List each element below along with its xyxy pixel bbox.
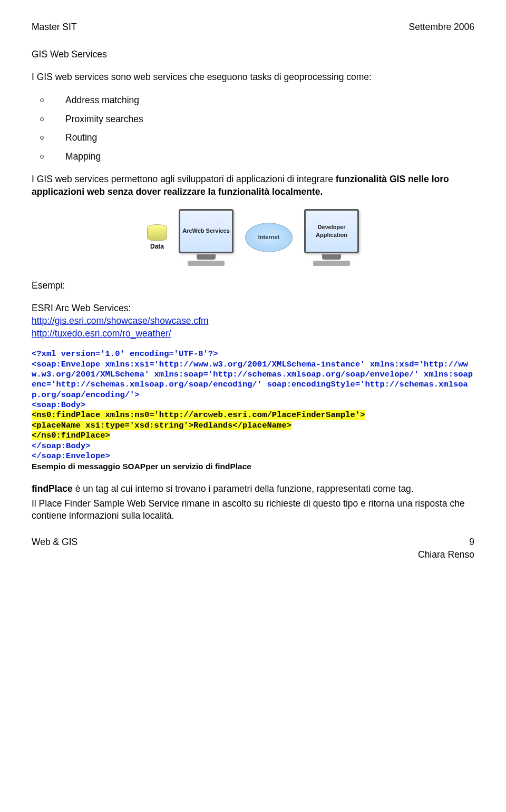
paragraph-text: I GIS web services permettono agli svilu… [32, 174, 336, 184]
footer-left: Web & GIS [32, 536, 77, 549]
code-line: </soap:Body> [32, 441, 91, 451]
list-item: o Address matching [32, 94, 474, 107]
intro-paragraph: I GIS web services sono web services che… [32, 71, 474, 84]
code-line: <?xml version='1.0' encoding='UTF-8'?> [32, 349, 218, 359]
bullet-icon: o [32, 113, 65, 126]
bullet-icon: o [32, 132, 65, 144]
client-icon: Developer Application [304, 209, 359, 266]
header-date: Settembre 2006 [408, 21, 474, 34]
code-highlight: </ns0:findPlace> [32, 431, 110, 440]
examples-heading: Esempi: [32, 280, 474, 292]
data-store-icon: Data [147, 224, 167, 251]
code-line: <soap:Envelope xmlns:xsi='http://www.w3.… [32, 360, 473, 400]
explain-text: è un tag al cui interno si trovano i par… [73, 483, 414, 494]
internet-cloud-icon: Internet [245, 223, 293, 252]
soap-code-block: <?xml version='1.0' encoding='UTF-8'?> <… [32, 349, 474, 461]
header-course: Master SIT [32, 21, 77, 34]
explain-paragraph: findPlace è un tag al cui interno si tro… [32, 483, 474, 496]
code-line: </soap:Envelope> [32, 451, 110, 461]
data-label: Data [150, 242, 164, 251]
server-label: ArcWeb Services [179, 209, 233, 253]
footer-author: Chiara Renso [32, 549, 474, 561]
code-line: <soap:Body> [32, 400, 85, 410]
client-label: Developer Application [304, 209, 359, 253]
footer-page: 9 [469, 536, 474, 549]
code-highlight: <ns0:findPlace xmlns:ns0='http://arcweb.… [32, 410, 365, 420]
page-header: Master SIT Settembre 2006 [32, 21, 474, 34]
link-showcase[interactable]: http://gis.esri.com/showcase/showcase.cf… [32, 315, 209, 326]
list-item: o Proximity searches [32, 113, 474, 126]
findplace-bold: findPlace [32, 483, 73, 494]
bullet-label: Routing [65, 132, 474, 144]
page-title: GIS Web Services [32, 48, 474, 61]
link-weather[interactable]: http://tuxedo.esri.com/ro_weather/ [32, 328, 171, 339]
code-highlight: <placeName xsi:type='xsd:string'>Redland… [32, 421, 291, 430]
architecture-diagram: Data ArcWeb Services Internet Developer … [32, 209, 474, 266]
server-icon: ArcWeb Services [179, 209, 233, 266]
bullet-label: Proximity searches [65, 113, 474, 126]
esri-heading: ESRI Arc Web Services: [32, 302, 474, 315]
paragraph: I GIS web services permettono agli svilu… [32, 173, 474, 198]
list-item: o Mapping [32, 151, 474, 163]
explain-paragraph-2: Il Place Finder Sample Web Service riman… [32, 498, 474, 522]
bullet-list: o Address matching o Proximity searches … [32, 94, 474, 163]
bullet-label: Mapping [65, 151, 474, 163]
list-item: o Routing [32, 132, 474, 144]
code-caption: Esempio di messaggio SOAPper un servizio… [32, 461, 474, 472]
bullet-icon: o [32, 151, 65, 163]
page-footer: Web & GIS 9 [32, 536, 474, 549]
bullet-label: Address matching [65, 94, 474, 107]
bullet-icon: o [32, 94, 65, 107]
